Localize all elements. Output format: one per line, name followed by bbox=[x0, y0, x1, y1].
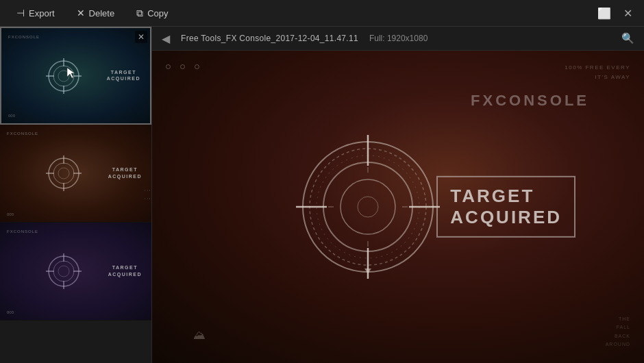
svg-point-22 bbox=[310, 149, 426, 265]
back-icon: ◀ bbox=[162, 32, 170, 45]
close-window-icon: ✕ bbox=[623, 7, 632, 20]
thumb-bottom-2: 000 bbox=[7, 212, 14, 216]
search-icon: 🔍 bbox=[621, 32, 634, 44]
svg-point-2 bbox=[58, 71, 69, 82]
delete-button[interactable]: ✕ Delete bbox=[67, 5, 125, 22]
delete-label: Delete bbox=[89, 8, 115, 18]
window-controls: ⬜ ✕ bbox=[595, 3, 637, 23]
svg-point-9 bbox=[58, 168, 69, 179]
thumb-label-1: FXCONSOLE bbox=[8, 35, 40, 39]
top-right-text: 100% FREE EVERY IT'S AWAY bbox=[565, 63, 630, 83]
corner-dots bbox=[166, 64, 199, 69]
br-line4: AROUND bbox=[606, 340, 630, 349]
top-right-line2: IT'S AWAY bbox=[565, 73, 630, 82]
thumb-crosshair-2 bbox=[43, 153, 84, 194]
thumb-crosshair-3 bbox=[43, 251, 84, 292]
thumb-bottom-3: 000 bbox=[7, 310, 14, 314]
svg-point-15 bbox=[53, 261, 74, 281]
thumbnail-canvas-1: FXCONSOLE bbox=[1, 28, 150, 123]
top-right-line1: 100% FREE EVERY bbox=[565, 63, 630, 73]
thumb-text-1: TARGETACQUIRED bbox=[107, 69, 140, 83]
copy-button[interactable]: ⧉ Copy bbox=[127, 5, 177, 22]
bottom-right-text: THE FALL BACK AROUND bbox=[606, 315, 630, 349]
thumbnail-item[interactable]: FXCONSOLE TARGETACQUIRED 000 bbox=[0, 223, 151, 321]
svg-point-8 bbox=[53, 163, 74, 184]
mountain-icon: ⛰ bbox=[193, 328, 206, 342]
svg-point-16 bbox=[58, 266, 69, 277]
preview-area: 100% FREE EVERY IT'S AWAY FXCONSOLE bbox=[152, 51, 644, 363]
fx-console-text: FXCONSOLE bbox=[471, 92, 589, 110]
thumb-text-3: TARGETACQUIRED bbox=[108, 264, 142, 278]
search-button[interactable]: 🔍 bbox=[621, 32, 634, 45]
export-button[interactable]: ⊣ Export bbox=[7, 5, 64, 22]
svg-point-23 bbox=[323, 162, 412, 251]
thumbnail-close-button[interactable]: ✕ bbox=[135, 31, 147, 43]
thumbnail-item[interactable]: FXCONSOLE TARGETACQUIRED 000 bbox=[0, 125, 151, 223]
copy-icon: ⧉ bbox=[136, 8, 143, 18]
main-content: FXCONSOLE bbox=[0, 27, 644, 363]
main-crosshair bbox=[293, 132, 443, 282]
close-window-button[interactable]: ✕ bbox=[618, 3, 637, 23]
br-line2: FALL bbox=[606, 323, 630, 332]
dot-1 bbox=[166, 64, 171, 69]
file-name: Free Tools_FX Console_2017-12-04_11.47.1… bbox=[181, 34, 358, 43]
svg-point-1 bbox=[53, 66, 74, 86]
thumbnail-canvas-3: FXCONSOLE TARGETACQUIRED 000 bbox=[0, 223, 151, 320]
export-label: Export bbox=[29, 8, 55, 18]
dot-2 bbox=[180, 64, 185, 69]
target-acquired-text: TARGET ACQUIRED bbox=[436, 176, 575, 238]
info-bar: ◀ Free Tools_FX Console_2017-12-04_11.47… bbox=[152, 27, 644, 51]
delete-icon: ✕ bbox=[77, 8, 85, 18]
thumb-label-3: FXCONSOLE bbox=[7, 229, 38, 234]
export-icon: ⊣ bbox=[16, 8, 25, 18]
copy-label: Copy bbox=[147, 8, 168, 18]
thumbnail-canvas-2: FXCONSOLE TARGETACQUIRED 000 bbox=[0, 125, 151, 222]
toolbar: ⊣ Export ✕ Delete ⧉ Copy ⬜ ✕ bbox=[0, 0, 644, 27]
dot-3 bbox=[195, 64, 199, 69]
panel-drag-icon: ⋮⋮ bbox=[144, 187, 151, 203]
thumb-label-2: FXCONSOLE bbox=[7, 132, 38, 136]
thumb-crosshair-1 bbox=[43, 55, 84, 97]
right-panel: ◀ Free Tools_FX Console_2017-12-04_11.47… bbox=[152, 27, 644, 363]
thumb-text-2: TARGETACQUIRED bbox=[108, 166, 142, 180]
br-line1: THE bbox=[606, 315, 630, 324]
svg-point-25 bbox=[358, 197, 378, 217]
maximize-icon: ⬜ bbox=[597, 7, 611, 20]
target-line2: ACQUIRED bbox=[450, 207, 562, 228]
thumb-bottom-1: 000 bbox=[8, 114, 15, 118]
svg-point-24 bbox=[340, 179, 395, 234]
back-button[interactable]: ◀ bbox=[162, 32, 170, 45]
thumbnail-panel: FXCONSOLE bbox=[0, 27, 152, 363]
maximize-button[interactable]: ⬜ bbox=[595, 3, 614, 23]
target-line1: TARGET bbox=[450, 186, 562, 207]
br-line3: BACK bbox=[606, 332, 630, 341]
file-size: Full: 1920x1080 bbox=[369, 34, 428, 43]
thumbnail-item[interactable]: FXCONSOLE bbox=[0, 27, 151, 125]
